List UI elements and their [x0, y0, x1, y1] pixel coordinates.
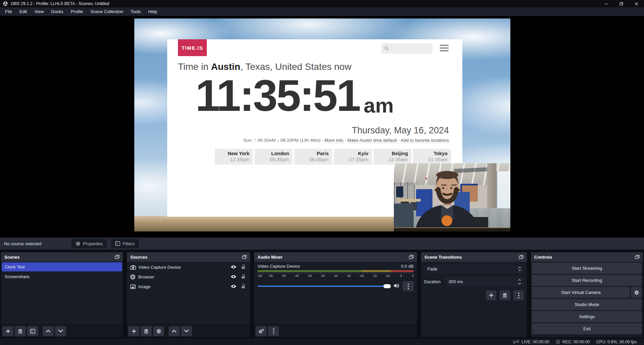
lock-open-icon[interactable] — [241, 284, 245, 290]
scene-item-screenshare[interactable]: Screenshare — [2, 272, 122, 281]
menu-help[interactable]: Help — [144, 7, 161, 16]
sources-panel-title: Sources — [130, 255, 147, 260]
duration-label: Duration — [424, 279, 445, 284]
duration-spinbox[interactable]: 300 ms — [445, 277, 524, 287]
volume-slider-handle[interactable] — [383, 284, 391, 288]
start-recording-button[interactable]: Start Recording — [532, 275, 642, 286]
webcam-overlay-source[interactable] — [394, 163, 510, 231]
popout-icon[interactable] — [519, 255, 523, 259]
visibility-eye-icon[interactable] — [230, 274, 237, 280]
virtual-camera-config-button[interactable] — [631, 287, 642, 298]
sources-panel: Sources Video Capture Device Browser — [127, 252, 250, 338]
mixer-menu-button[interactable] — [268, 326, 279, 336]
start-virtual-camera-button[interactable]: Start Virtual Camera — [532, 287, 630, 298]
mixer-channel-menu-button[interactable] — [403, 281, 414, 291]
preview-canvas[interactable]: TIME.IS Time in Austin, Texas, United St… — [0, 16, 644, 238]
spin-down-icon — [518, 283, 521, 285]
remove-transition-button[interactable] — [500, 290, 510, 300]
popout-icon[interactable] — [635, 255, 640, 259]
move-scene-down-button[interactable] — [55, 326, 66, 336]
start-streaming-button[interactable]: Start Streaming — [532, 263, 642, 274]
scenes-panel-title: Scenes — [4, 255, 20, 260]
scenes-panel: Scenes Clock Test Screenshare — [1, 252, 123, 338]
move-scene-up-button[interactable] — [43, 326, 54, 336]
more-info-link: More info — [324, 138, 343, 143]
camera-icon — [130, 265, 138, 270]
advanced-audio-button[interactable] — [256, 326, 267, 336]
speaker-icon[interactable] — [394, 283, 400, 290]
chevron-down-icon — [184, 330, 189, 333]
scene-item-clock-test[interactable]: Clock Test — [2, 262, 122, 271]
kebab-menu-icon — [518, 293, 519, 298]
settings-button[interactable]: Settings — [532, 311, 642, 322]
studio-mode-button[interactable]: Studio Mode — [532, 299, 642, 310]
scene-filters-button[interactable] — [27, 326, 38, 336]
spin-up-icon — [518, 279, 521, 281]
source-item-browser[interactable]: Browser — [127, 273, 250, 281]
close-button[interactable] — [629, 0, 644, 7]
move-source-up-button[interactable] — [169, 326, 180, 336]
source-properties-button[interactable] — [153, 326, 164, 336]
visibility-eye-icon[interactable] — [230, 265, 237, 270]
timeis-date: Thursday, May 16, 2024 — [352, 125, 449, 136]
timeis-logo: TIME.IS — [178, 39, 207, 56]
transitions-panel-title: Scene Transitions — [424, 255, 462, 260]
trash-icon — [503, 293, 507, 298]
add-source-button[interactable] — [128, 326, 139, 336]
chevron-up-icon — [172, 330, 177, 333]
menu-file[interactable]: File — [1, 7, 16, 16]
close-icon — [635, 2, 638, 6]
minimize-button[interactable] — [599, 0, 614, 7]
add-transition-button[interactable] — [486, 290, 496, 300]
lock-open-icon[interactable] — [241, 264, 245, 270]
properties-button[interactable]: Properties — [72, 239, 107, 248]
popout-icon[interactable] — [242, 255, 247, 259]
program-video-frame[interactable]: TIME.IS Time in Austin, Texas, United St… — [134, 18, 510, 231]
transition-menu-button[interactable] — [513, 290, 524, 300]
gear-icon — [156, 329, 162, 334]
popout-icon[interactable] — [115, 255, 120, 259]
visibility-eye-icon[interactable] — [230, 284, 237, 290]
mixer-channel-name: Video Capture Device — [258, 264, 300, 269]
chevron-up-icon — [46, 330, 51, 333]
menu-profile[interactable]: Profile — [67, 7, 87, 16]
move-source-down-button[interactable] — [181, 326, 192, 336]
menu-scene-collection[interactable]: Scene Collection — [87, 7, 127, 16]
city-box-kyiv: Kyiv07:35pm — [334, 149, 372, 165]
webcam-person — [412, 169, 486, 231]
hamburger-menu-icon — [440, 45, 449, 51]
restore-button[interactable] — [614, 0, 629, 7]
record-inactive-icon — [556, 340, 560, 344]
titlebar: OBS 29.1.2 - Profile: LLHLS BETA - Scene… — [0, 0, 644, 7]
menu-docks[interactable]: Docks — [47, 7, 67, 16]
obs-logo-icon — [3, 1, 8, 6]
cpu-fps-status: CPU: 0.6%, 30.00 fps — [596, 340, 637, 344]
timeis-clock: 11:35:51 am — [195, 74, 394, 118]
exit-button[interactable]: Exit — [532, 323, 642, 334]
search-icon — [384, 46, 389, 51]
gear-icon — [76, 241, 81, 246]
restore-icon — [619, 2, 623, 6]
volume-slider[interactable] — [258, 286, 390, 287]
source-item-image[interactable]: Image — [127, 283, 250, 291]
select-chevrons — [515, 264, 523, 273]
meter-scale: -60-55-50-45-40-35-30-25-20-15-10-50 — [258, 274, 414, 278]
kebab-menu-icon — [273, 328, 274, 334]
menu-view[interactable]: View — [31, 7, 47, 16]
popout-icon[interactable] — [409, 255, 414, 259]
remove-source-button[interactable] — [141, 326, 152, 336]
gear-icon — [634, 290, 639, 295]
webcam-desk-edge — [394, 227, 510, 231]
clock-meridiem: am — [364, 95, 394, 116]
transition-select[interactable]: Fade — [424, 264, 524, 274]
remove-scene-button[interactable] — [15, 326, 26, 336]
add-scene-button[interactable] — [2, 326, 13, 336]
menu-tools[interactable]: Tools — [127, 7, 144, 16]
city-box-new-york: New York12:35pm — [215, 149, 253, 165]
menu-edit[interactable]: Edit — [16, 7, 31, 16]
lock-open-icon[interactable] — [241, 274, 245, 280]
window-title: OBS 29.1.2 - Profile: LLHLS BETA - Scene… — [11, 1, 109, 6]
source-item-video-capture[interactable]: Video Capture Device — [127, 263, 250, 271]
kebab-menu-icon — [408, 284, 409, 289]
filters-button[interactable]: Filters — [111, 239, 138, 248]
